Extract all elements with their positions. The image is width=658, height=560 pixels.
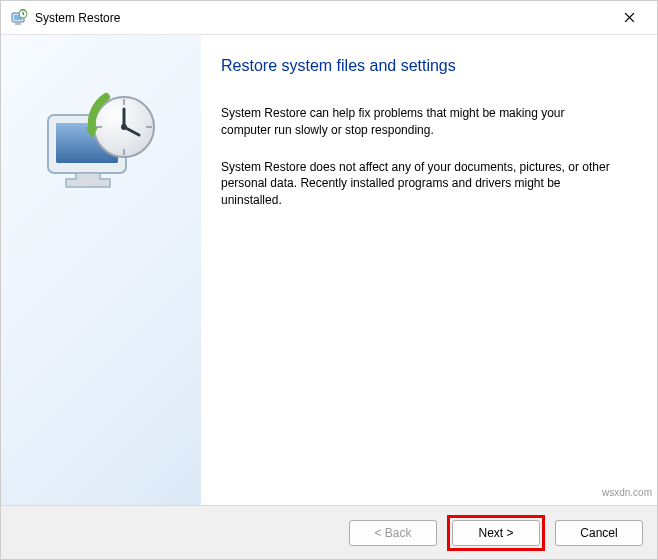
description-paragraph-2: System Restore does not affect any of yo… bbox=[221, 159, 617, 209]
wizard-sidebar bbox=[1, 35, 201, 505]
back-button[interactable]: < Back bbox=[349, 520, 437, 546]
content-area: Restore system files and settings System… bbox=[1, 35, 657, 505]
wizard-main: Restore system files and settings System… bbox=[201, 35, 657, 505]
window-title: System Restore bbox=[35, 11, 120, 25]
watermark-text: wsxdn.com bbox=[602, 487, 652, 498]
cancel-button[interactable]: Cancel bbox=[555, 520, 643, 546]
restore-illustration-icon bbox=[36, 85, 166, 215]
description-paragraph-1: System Restore can help fix problems tha… bbox=[221, 105, 617, 139]
svg-point-14 bbox=[121, 124, 127, 130]
close-icon bbox=[624, 12, 635, 23]
svg-rect-2 bbox=[15, 23, 21, 25]
titlebar: System Restore bbox=[1, 1, 657, 35]
wizard-footer: < Back Next > Cancel bbox=[1, 505, 657, 559]
close-button[interactable] bbox=[609, 3, 649, 33]
next-button[interactable]: Next > bbox=[452, 520, 540, 546]
page-heading: Restore system files and settings bbox=[221, 57, 617, 75]
next-button-highlight: Next > bbox=[447, 515, 545, 551]
system-restore-icon bbox=[9, 8, 29, 28]
